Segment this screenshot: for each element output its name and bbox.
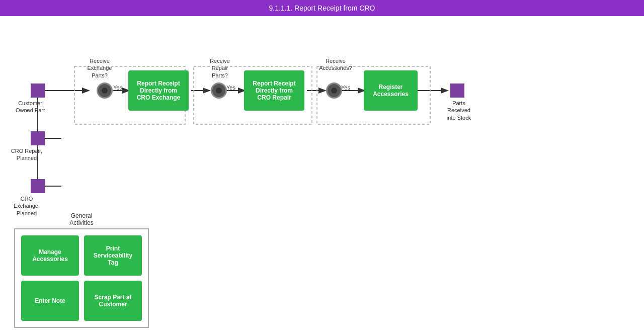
diagram-canvas: Customer Owned Part CRO Repair, Planned … [0,16,644,335]
parts-received-node [450,83,464,98]
parts-received-label: Parts Received into Stock [440,100,478,121]
gateway-receive-exchange [97,82,113,99]
general-activities-label: GeneralActivities [14,212,149,226]
print-serviceability-tag-button[interactable]: Print Serviceability Tag [84,235,142,276]
yes-label-1: Yes [113,85,122,91]
cro-repair-planned-label: CRO Repair, Planned [8,147,46,162]
gateway-receive-repair [211,82,227,99]
report-cro-exchange-task[interactable]: Report Receipt Directly from CRO Exchang… [128,70,189,111]
page-title: 9.1.1.1. Report Receipt from CRO [0,0,644,16]
receive-repair-label: Receive Repair Parts? [195,57,245,79]
enter-note-button[interactable]: Enter Note [21,281,79,321]
customer-owned-part-label: Customer Owned Part [11,100,49,114]
cro-repair-planned-node [31,131,45,145]
register-accessories-task[interactable]: Register Accessories [364,70,418,111]
customer-owned-part-node [31,83,45,98]
receive-accessories-label: Receive Accessories? [310,57,361,72]
gateway-inner-2 [216,88,222,94]
general-activities-container: GeneralActivities Manage Accessories Pri… [14,212,149,328]
yes-label-2: Yes [226,85,235,91]
report-cro-repair-task[interactable]: Report Receipt Directly from CRO Repair [244,70,304,111]
gateway-inner-3 [331,88,337,94]
yes-label-3: Yes [341,85,350,91]
manage-accessories-button[interactable]: Manage Accessories [21,235,79,276]
scrap-part-at-customer-button[interactable]: Scrap Part at Customer [84,281,142,321]
gateway-receive-accessories [326,82,342,99]
general-activities-box: Manage Accessories Print Serviceability … [14,228,149,328]
gateway-inner-1 [102,88,108,94]
cro-exchange-planned-node [31,179,45,193]
receive-exchange-label: Receive Exchange Parts? [74,57,125,79]
